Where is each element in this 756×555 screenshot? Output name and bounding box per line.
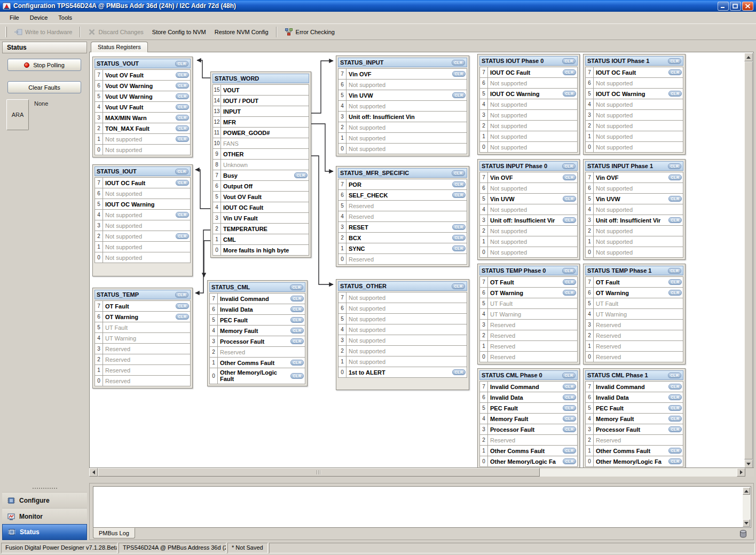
clr-button[interactable]: CLR: [290, 317, 304, 323]
clr-button[interactable]: CLR: [563, 458, 576, 464]
scroll-down-button[interactable]: [744, 459, 753, 468]
clr-button[interactable]: CLR: [290, 338, 304, 344]
restore-nvm-config-button[interactable]: Restore NVM Config: [211, 27, 272, 37]
clr-button[interactable]: CLR: [176, 115, 189, 121]
minimize-button[interactable]: [718, 2, 729, 11]
clr-button[interactable]: CLR: [668, 279, 682, 285]
log-scrollbar[interactable]: [743, 487, 750, 527]
nav-item-configure[interactable]: Configure: [2, 492, 87, 508]
clr-button[interactable]: CLR: [176, 93, 189, 99]
clr-button[interactable]: CLR: [290, 328, 304, 334]
clear-log-button[interactable]: [739, 529, 747, 541]
clr-button[interactable]: CLR: [563, 91, 576, 97]
log-scroll-down-button[interactable]: [743, 519, 750, 527]
clr-button[interactable]: CLR: [563, 448, 576, 454]
clr-button[interactable]: CLR: [176, 212, 189, 218]
clr-button[interactable]: CLR: [290, 284, 303, 290]
clr-button[interactable]: CLR: [668, 448, 682, 454]
clr-button[interactable]: CLR: [175, 169, 188, 175]
clr-button[interactable]: CLR: [668, 384, 682, 390]
clr-button[interactable]: CLR: [290, 360, 304, 366]
clr-button[interactable]: CLR: [563, 416, 576, 422]
clr-button[interactable]: CLR: [452, 192, 466, 198]
menu-device[interactable]: Device: [25, 13, 53, 22]
horizontal-scroll-track[interactable]: [540, 468, 737, 477]
nav-item-status[interactable]: Status: [2, 524, 87, 540]
log-scroll-up-button[interactable]: [743, 487, 750, 495]
clr-button[interactable]: CLR: [668, 416, 682, 422]
clr-button[interactable]: CLR: [563, 384, 576, 390]
clr-button[interactable]: CLR: [452, 235, 466, 241]
clr-button[interactable]: CLR: [563, 405, 576, 411]
clr-button[interactable]: CLR: [563, 426, 576, 432]
clr-button[interactable]: CLR: [176, 104, 189, 110]
clr-button[interactable]: CLR: [563, 69, 576, 75]
clr-button[interactable]: CLR: [452, 92, 466, 98]
tab-pmbus-log[interactable]: PMBus Log: [93, 528, 135, 538]
clr-button[interactable]: CLR: [562, 372, 576, 378]
clr-button[interactable]: CLR: [175, 61, 188, 67]
clr-button[interactable]: CLR: [668, 69, 682, 75]
clr-button[interactable]: CLR: [562, 58, 576, 64]
horizontal-scroll-thumb[interactable]: [98, 468, 540, 477]
clr-button[interactable]: CLR: [452, 181, 466, 187]
clr-button[interactable]: CLR: [452, 245, 466, 251]
clr-button[interactable]: CLR: [176, 83, 189, 89]
clr-button[interactable]: CLR: [176, 72, 189, 78]
clr-button[interactable]: CLR: [176, 125, 189, 131]
stop-polling-button[interactable]: Stop Polling: [7, 59, 81, 71]
clr-button[interactable]: CLR: [452, 60, 465, 66]
scroll-up-button[interactable]: [744, 53, 753, 61]
store-config-to-nvm-button[interactable]: Store Config to NVM: [148, 27, 210, 37]
clr-button[interactable]: CLR: [290, 373, 304, 379]
clr-button[interactable]: CLR: [563, 290, 576, 296]
scroll-left-button[interactable]: [89, 468, 98, 477]
clr-button[interactable]: CLR: [176, 233, 189, 239]
discard-changes-button[interactable]: Discard Changes: [84, 27, 147, 37]
clr-button[interactable]: CLR: [562, 163, 576, 169]
clr-button[interactable]: CLR: [452, 224, 466, 230]
clr-button[interactable]: CLR: [563, 196, 576, 202]
clr-button[interactable]: CLR: [452, 369, 466, 375]
clr-button[interactable]: CLR: [175, 292, 188, 298]
nav-item-monitor[interactable]: Monitor: [2, 508, 87, 524]
clr-button[interactable]: CLR: [668, 405, 682, 411]
clr-button[interactable]: CLR: [668, 394, 682, 400]
clr-button[interactable]: CLR: [668, 175, 682, 180]
clr-button[interactable]: CLR: [563, 394, 576, 400]
clr-button[interactable]: CLR: [668, 426, 682, 432]
clr-button[interactable]: CLR: [176, 136, 189, 142]
clr-button[interactable]: CLR: [562, 268, 576, 274]
clr-button[interactable]: CLR: [176, 303, 189, 309]
clr-button[interactable]: CLR: [563, 175, 576, 180]
clr-button[interactable]: CLR: [668, 163, 681, 169]
horizontal-scrollbar[interactable]: [89, 468, 754, 477]
clr-button[interactable]: CLR: [176, 314, 189, 320]
tab-status-registers[interactable]: Status Registers: [91, 42, 148, 52]
clr-button[interactable]: CLR: [290, 296, 304, 302]
clr-button[interactable]: CLR: [452, 170, 465, 176]
vertical-scrollbar[interactable]: [744, 53, 753, 468]
clr-button[interactable]: CLR: [668, 58, 681, 64]
clr-button[interactable]: CLR: [668, 458, 682, 464]
write-to-hardware-button[interactable]: Write to Hardware: [10, 27, 76, 37]
clr-button[interactable]: CLR: [290, 306, 304, 312]
clr-button[interactable]: CLR: [668, 372, 681, 378]
clr-button[interactable]: CLR: [563, 217, 576, 223]
clr-button[interactable]: CLR: [668, 217, 682, 223]
clr-button[interactable]: CLR: [668, 290, 682, 296]
scroll-right-button[interactable]: [737, 468, 745, 477]
clr-button[interactable]: CLR: [452, 283, 465, 289]
clr-button[interactable]: CLR: [668, 196, 682, 202]
clr-button[interactable]: CLR: [294, 172, 308, 178]
vertical-scroll-thumb[interactable]: [744, 61, 753, 459]
close-button[interactable]: [742, 2, 753, 11]
clr-button[interactable]: CLR: [176, 180, 189, 186]
maximize-button[interactable]: [730, 2, 741, 11]
clr-button[interactable]: CLR: [668, 268, 681, 274]
menu-file[interactable]: File: [4, 13, 25, 22]
clr-button[interactable]: CLR: [452, 71, 466, 77]
menu-tools[interactable]: Tools: [53, 13, 77, 22]
clear-faults-button[interactable]: Clear Faults: [7, 81, 81, 93]
clr-button[interactable]: CLR: [563, 279, 576, 285]
